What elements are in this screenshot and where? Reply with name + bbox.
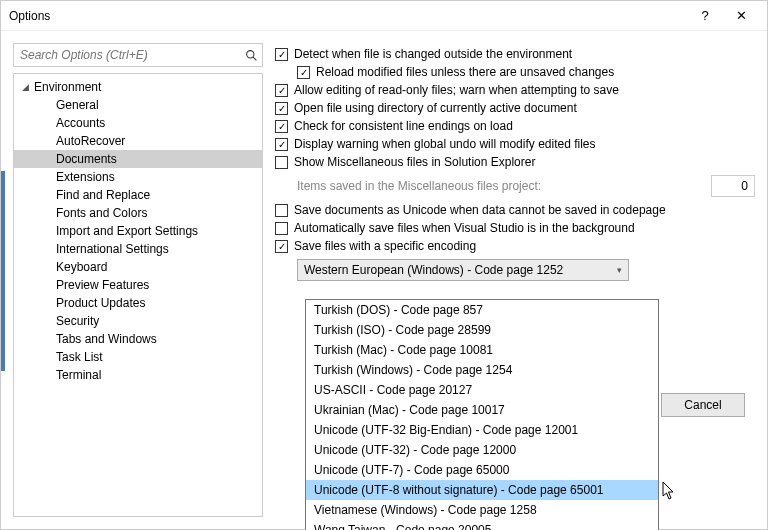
tree-item-find-and-replace[interactable]: Find and Replace xyxy=(14,186,262,204)
encoding-option[interactable]: Unicode (UTF-32 Big-Endian) - Code page … xyxy=(306,420,658,440)
option-reload-modified[interactable]: ✓ Reload modified files unless there are… xyxy=(275,63,755,81)
search-icon xyxy=(240,49,262,62)
option-label: Reload modified files unless there are u… xyxy=(316,65,614,79)
tree-item-task-list[interactable]: Task List xyxy=(14,348,262,366)
option-label: Save files with a specific encoding xyxy=(294,239,476,253)
tree-item-preview-features[interactable]: Preview Features xyxy=(14,276,262,294)
tree-item-security[interactable]: Security xyxy=(14,312,262,330)
tree-item-import-and-export-settings[interactable]: Import and Export Settings xyxy=(14,222,262,240)
checkbox-checked[interactable]: ✓ xyxy=(275,138,288,151)
option-label: Save documents as Unicode when data cann… xyxy=(294,203,666,217)
left-panel: ◢ Environment GeneralAccountsAutoRecover… xyxy=(13,43,263,517)
option-autosave-background[interactable]: Automatically save files when Visual Stu… xyxy=(275,219,755,237)
encoding-option[interactable]: Unicode (UTF-8 without signature) - Code… xyxy=(306,480,658,500)
misc-items-label: Items saved in the Miscellaneous files p… xyxy=(297,179,541,193)
encoding-option[interactable]: Unicode (UTF-7) - Code page 65000 xyxy=(306,460,658,480)
search-input[interactable] xyxy=(14,48,240,62)
tree-item-autorecover[interactable]: AutoRecover xyxy=(14,132,262,150)
tree-item-accounts[interactable]: Accounts xyxy=(14,114,262,132)
option-label: Show Miscellaneous files in Solution Exp… xyxy=(294,155,535,169)
option-readonly-edit[interactable]: ✓ Allow editing of read-only files; warn… xyxy=(275,81,755,99)
svg-line-1 xyxy=(253,57,256,60)
option-misc-files[interactable]: Show Miscellaneous files in Solution Exp… xyxy=(275,153,755,171)
encoding-option[interactable]: Vietnamese (Windows) - Code page 1258 xyxy=(306,500,658,520)
collapse-icon: ◢ xyxy=(22,82,34,92)
tree-item-general[interactable]: General xyxy=(14,96,262,114)
checkbox-unchecked[interactable] xyxy=(275,156,288,169)
encoding-option[interactable]: Turkish (ISO) - Code page 28599 xyxy=(306,320,658,340)
help-button[interactable]: ? xyxy=(687,2,723,30)
encoding-option[interactable]: US-ASCII - Code page 20127 xyxy=(306,380,658,400)
dialog-title: Options xyxy=(9,9,687,23)
checkbox-checked[interactable]: ✓ xyxy=(275,48,288,61)
encoding-option[interactable]: Turkish (Windows) - Code page 1254 xyxy=(306,360,658,380)
tree-item-documents[interactable]: Documents xyxy=(14,150,262,168)
tree-item-tabs-and-windows[interactable]: Tabs and Windows xyxy=(14,330,262,348)
option-label: Allow editing of read-only files; warn w… xyxy=(294,83,619,97)
tree-item-fonts-and-colors[interactable]: Fonts and Colors xyxy=(14,204,262,222)
chevron-down-icon: ▾ xyxy=(617,265,622,275)
titlebar: Options ? ✕ xyxy=(1,1,767,31)
tree-item-keyboard[interactable]: Keyboard xyxy=(14,258,262,276)
checkbox-checked[interactable]: ✓ xyxy=(275,120,288,133)
encoding-option[interactable]: Ukrainian (Mac) - Code page 10017 xyxy=(306,400,658,420)
option-label: Automatically save files when Visual Stu… xyxy=(294,221,635,235)
checkbox-checked[interactable]: ✓ xyxy=(275,102,288,115)
svg-point-0 xyxy=(246,50,253,57)
checkbox-unchecked[interactable] xyxy=(275,222,288,235)
option-open-dir[interactable]: ✓ Open file using directory of currently… xyxy=(275,99,755,117)
option-label: Detect when file is changed outside the … xyxy=(294,47,572,61)
checkbox-checked[interactable]: ✓ xyxy=(275,240,288,253)
cancel-button[interactable]: Cancel xyxy=(661,393,745,417)
checkbox-checked[interactable]: ✓ xyxy=(297,66,310,79)
option-line-endings[interactable]: ✓ Check for consistent line endings on l… xyxy=(275,117,755,135)
tree-item-extensions[interactable]: Extensions xyxy=(14,168,262,186)
option-save-unicode[interactable]: Save documents as Unicode when data cann… xyxy=(275,201,755,219)
misc-items-row: Items saved in the Miscellaneous files p… xyxy=(275,171,755,201)
close-button[interactable]: ✕ xyxy=(723,2,759,30)
combobox-value: Western European (Windows) - Code page 1… xyxy=(304,263,617,277)
option-global-undo[interactable]: ✓ Display warning when global undo will … xyxy=(275,135,755,153)
tree-item-terminal[interactable]: Terminal xyxy=(14,366,262,384)
encoding-dropdown-list[interactable]: Turkish (DOS) - Code page 857Turkish (IS… xyxy=(305,299,659,530)
encoding-combobox[interactable]: Western European (Windows) - Code page 1… xyxy=(297,259,629,281)
search-box[interactable] xyxy=(13,43,263,67)
encoding-option[interactable]: Unicode (UTF-32) - Code page 12000 xyxy=(306,440,658,460)
options-dialog: Options ? ✕ ◢ Environment GeneralAccount… xyxy=(0,0,768,530)
option-specific-encoding[interactable]: ✓ Save files with a specific encoding xyxy=(275,237,755,255)
option-label: Display warning when global undo will mo… xyxy=(294,137,596,151)
encoding-option[interactable]: Turkish (Mac) - Code page 10081 xyxy=(306,340,658,360)
option-label: Check for consistent line endings on loa… xyxy=(294,119,513,133)
misc-items-spinner[interactable]: 0 xyxy=(711,175,755,197)
tree-label: Environment xyxy=(34,80,101,94)
encoding-option[interactable]: Turkish (DOS) - Code page 857 xyxy=(306,300,658,320)
checkbox-unchecked[interactable] xyxy=(275,204,288,217)
option-detect-change[interactable]: ✓ Detect when file is changed outside th… xyxy=(275,45,755,63)
tree-item-product-updates[interactable]: Product Updates xyxy=(14,294,262,312)
tree-item-international-settings[interactable]: International Settings xyxy=(14,240,262,258)
encoding-option[interactable]: Wang Taiwan - Code page 20005 xyxy=(306,520,658,530)
option-label: Open file using directory of currently a… xyxy=(294,101,577,115)
category-tree[interactable]: ◢ Environment GeneralAccountsAutoRecover… xyxy=(13,73,263,517)
checkbox-checked[interactable]: ✓ xyxy=(275,84,288,97)
tree-node-environment[interactable]: ◢ Environment xyxy=(14,78,262,96)
